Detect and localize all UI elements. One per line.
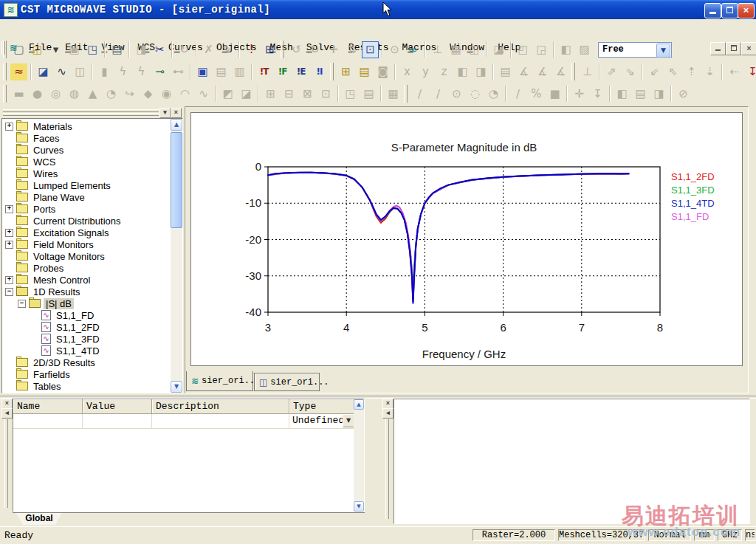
tree-panel-grip[interactable] — [3, 109, 159, 112]
reset-view-icon[interactable]: ∞ — [405, 41, 422, 58]
toolbar-grip[interactable] — [281, 41, 284, 58]
doc-tab-plot[interactable]: ≋ sier_ori... — [186, 371, 253, 391]
anchor-point-icon[interactable]: ↧ — [744, 63, 756, 80]
tree-item-s1-1-2fd[interactable]: ∿S1,1_2FD — [2, 321, 171, 333]
column-description[interactable]: Description — [152, 399, 289, 414]
tree-item-materials[interactable]: +Materials — [2, 120, 171, 132]
toolbar-grip[interactable] — [571, 63, 575, 80]
open-file-icon[interactable]: ◱ — [29, 41, 46, 58]
field-monitor-icon[interactable]: ▣ — [194, 63, 211, 80]
tree-item-label[interactable]: Field Monitors — [31, 239, 96, 250]
scroll-down-icon[interactable]: ▼ — [354, 501, 364, 512]
scroll-down-icon[interactable]: ▼ — [171, 381, 182, 393]
column-type[interactable]: Type — [289, 399, 355, 414]
toolbar-grip[interactable] — [3, 63, 7, 80]
tree-item-label[interactable]: Materials — [31, 121, 75, 132]
tree-item-ports[interactable]: +Ports — [2, 203, 171, 215]
tree-item-label[interactable]: S1,1_2FD — [54, 322, 102, 333]
param-panel-collapse-button[interactable]: ◂ — [1, 408, 13, 419]
tree-item-label[interactable]: Voltage Monitors — [31, 251, 107, 262]
zoom-box-icon[interactable]: ⊡ — [362, 41, 379, 58]
tree-item-label[interactable]: WCS — [31, 156, 58, 168]
transient-solver-icon[interactable]: !T — [255, 63, 272, 80]
tree-expander-icon[interactable]: − — [18, 300, 26, 308]
tree-item-farfields[interactable]: Farfields — [2, 368, 171, 380]
tree-panel-grip[interactable] — [3, 113, 159, 116]
new-file-icon[interactable]: ▢ — [10, 41, 27, 58]
toolbar-grip[interactable] — [404, 85, 408, 103]
toolbar-grip[interactable] — [3, 41, 7, 58]
tree-expander-icon[interactable]: + — [5, 241, 13, 249]
tree-item-label[interactable]: 1D Results — [31, 286, 83, 297]
tree-item-wcs[interactable]: WCS — [2, 156, 171, 168]
message-panel-collapse-button[interactable]: ◂ — [382, 408, 394, 419]
value-cell[interactable] — [83, 414, 152, 429]
mesh-view-combo[interactable]: Free▼ — [598, 42, 672, 58]
mesh-properties-icon[interactable]: ⊞ — [337, 63, 354, 80]
tree-expander-icon[interactable]: + — [5, 205, 13, 213]
restore-button[interactable] — [721, 3, 738, 18]
message-panel-grip[interactable] — [385, 419, 389, 519]
mesh-settings-icon[interactable]: ▤ — [356, 63, 373, 80]
tree-item-faces[interactable]: Faces — [2, 132, 171, 144]
column-name[interactable]: Name — [13, 399, 83, 414]
scroll-up-icon[interactable]: ▲ — [354, 399, 364, 410]
tree-item-label[interactable]: Current Distributions — [31, 216, 123, 227]
tile-windows-icon[interactable]: ⊞ — [261, 41, 278, 58]
tree-item--s-db[interactable]: −|S| dB — [2, 297, 171, 309]
tree-item-lumped-elements[interactable]: Lumped Elements — [2, 179, 171, 191]
tree-item-plane-wave[interactable]: Plane Wave — [2, 191, 171, 203]
tree-scrollbar[interactable]: ▲ ▼ — [171, 119, 182, 393]
tree-item-label[interactable]: Mesh Control — [31, 275, 92, 286]
tree-item-current-distributions[interactable]: Current Distributions — [2, 215, 171, 227]
tree-item-label[interactable]: 2D/3D Results — [31, 357, 97, 368]
scroll-up-icon[interactable]: ▲ — [171, 119, 182, 131]
type-combobox[interactable]: Undefined ▼ — [289, 414, 354, 428]
waveguide-port-icon[interactable]: ⊸ — [151, 63, 168, 80]
tree-item-curves[interactable]: Curves — [2, 144, 171, 156]
units-icon[interactable]: ≈ — [10, 63, 27, 80]
tree-item-label[interactable]: Excitation Signals — [31, 227, 111, 238]
minimize-button[interactable] — [704, 3, 721, 18]
tree-item-voltage-monitors[interactable]: Voltage Monitors — [2, 250, 171, 262]
tree-item-label[interactable]: Tables — [31, 381, 63, 392]
frequency-solver-icon[interactable]: !F — [274, 63, 291, 80]
column-value[interactable]: Value — [83, 399, 152, 414]
parameter-row[interactable]: Undefined ▼ — [13, 414, 364, 429]
tree-item-label[interactable]: Plane Wave — [31, 192, 87, 203]
tree-item-label[interactable]: Probes — [31, 263, 66, 274]
tree-expander-icon[interactable]: + — [5, 276, 13, 284]
integral-solver-icon[interactable]: !I — [311, 63, 328, 80]
frequency-range-icon[interactable]: ∿ — [53, 63, 70, 80]
eigenmode-solver-icon[interactable]: !E — [292, 63, 309, 80]
chevron-down-icon[interactable]: ▼ — [343, 414, 354, 427]
toolbar-grip[interactable] — [3, 85, 7, 103]
scrollbar-thumb[interactable] — [171, 132, 182, 228]
param-panel-close-button[interactable]: × — [1, 399, 13, 409]
material-icon[interactable]: ◪ — [35, 63, 52, 80]
tree-item-s1-1-4td[interactable]: ∿S1,1_4TD — [2, 345, 171, 357]
tree-item-label[interactable]: Ports — [31, 204, 58, 215]
cut-icon[interactable]: ✂ — [151, 41, 168, 58]
tree-expander-icon[interactable]: + — [5, 229, 13, 237]
copy-pages-icon[interactable]: ◳ — [84, 41, 101, 58]
print-icon[interactable]: ▤ — [109, 41, 126, 58]
doc-tab-model[interactable]: ◫ sier_ori... — [254, 373, 320, 391]
tree-item-label[interactable]: S1,1_3FD — [54, 334, 102, 345]
table-scrollbar[interactable]: ▲ ▼ — [354, 399, 364, 512]
tree-item-field-monitors[interactable]: +Field Monitors — [2, 238, 171, 250]
close-button[interactable]: × — [738, 3, 755, 18]
tree-item-label[interactable]: Farfields — [31, 369, 72, 380]
tree-item-1d-results[interactable]: −1D Results — [2, 286, 171, 297]
tree-item-wires[interactable]: Wires — [2, 168, 171, 179]
tree-panel-menu-button[interactable]: ▾ — [159, 108, 171, 118]
tree-item-probes[interactable]: Probes — [2, 262, 171, 274]
tab-global[interactable]: Global — [16, 513, 62, 525]
message-panel-close-button[interactable]: × — [382, 399, 394, 409]
run-macro-icon[interactable]: ! — [243, 41, 260, 58]
tree-expander-icon[interactable]: + — [5, 123, 13, 131]
tree-item-label[interactable]: Wires — [31, 168, 60, 179]
tree-item-label[interactable]: S1,1_4TD — [54, 345, 102, 357]
chevron-down-icon[interactable]: ▼ — [656, 44, 670, 58]
toolbar-grip[interactable] — [330, 63, 334, 80]
